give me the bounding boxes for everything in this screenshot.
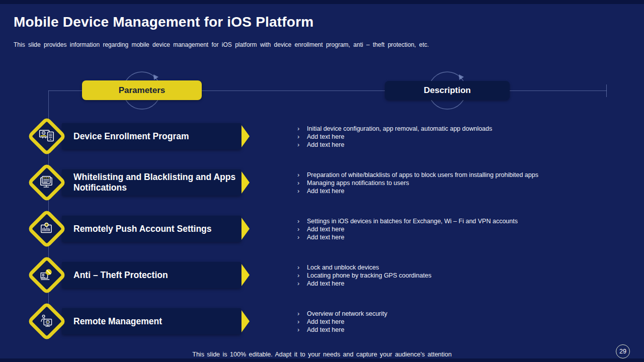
description-header-label: Description — [424, 85, 471, 96]
bullet-item: ›Add text here — [297, 326, 624, 334]
row-bar-anti-theft: Anti – Theft Protection — [62, 262, 241, 288]
row-description-list: ›Lock and unblock devices ›Locating phon… — [297, 263, 624, 288]
bullet-item: ›Add text here — [297, 233, 624, 241]
bullet-item: ›Add text here — [297, 225, 624, 233]
row-bar-remote-management: Remote Management — [62, 308, 241, 334]
chevron-bullet-icon: › — [297, 133, 307, 141]
row-arrow-icon — [242, 171, 250, 194]
bullet-item: ›Add text here — [297, 141, 624, 149]
bullet-item: ›Preparation of white/blacklists of apps… — [297, 171, 624, 179]
chevron-bullet-icon: › — [297, 263, 307, 272]
row-arrow-icon — [242, 125, 250, 147]
chevron-bullet-icon: › — [297, 233, 307, 241]
bullet-text: Managing apps notifications to users — [307, 179, 409, 187]
row-title: Remote Management — [73, 316, 162, 327]
connector-end-tick — [606, 84, 607, 97]
bullet-text: Add text here — [307, 225, 344, 233]
bullet-item: ›Initial device configuration, app remov… — [297, 125, 624, 133]
bullet-text: Add text here — [307, 233, 344, 241]
bullet-text: Add text here — [307, 318, 344, 326]
chevron-bullet-icon: › — [297, 125, 307, 133]
chevron-bullet-icon: › — [297, 217, 307, 225]
row-bar-push-settings: Remotely Push Account Settings — [62, 216, 241, 242]
chevron-bullet-icon: › — [297, 179, 307, 187]
bullet-item: ›Locating phone by tracking GPS coordina… — [297, 272, 624, 280]
chevron-bullet-icon: › — [297, 187, 307, 195]
bullet-text: Overview of network security — [307, 310, 387, 318]
row-diamond — [27, 255, 66, 295]
chevron-bullet-icon: › — [297, 272, 307, 280]
description-header: Description — [385, 81, 510, 100]
bullet-text: Preparation of white/blacklists of apps … — [307, 171, 538, 179]
row-description-list: ›Settings in iOS devices in batches for … — [297, 217, 624, 241]
bottom-accent-strip — [0, 358, 644, 362]
bullet-text: Add text here — [307, 326, 344, 334]
chevron-bullet-icon: › — [297, 310, 307, 318]
parameters-header-label: Parameters — [119, 85, 166, 96]
bullet-item: ›Settings in iOS devices in batches for … — [297, 217, 624, 225]
page-number-badge: 29 — [616, 344, 630, 358]
row-bar-device-enrollment: Device Enrollment Program — [62, 123, 241, 149]
parameters-header: Parameters — [82, 80, 202, 100]
row-arrow-icon — [242, 310, 250, 332]
row-diamond — [27, 162, 66, 202]
chevron-bullet-icon: › — [297, 141, 307, 149]
footer-note: This slide is 100% editable. Adapt it to… — [0, 351, 644, 358]
row-title: Whitelisting and Blacklisting and Apps N… — [73, 172, 241, 193]
bullet-text: Add text here — [307, 280, 344, 288]
bullet-item: ›Add text here — [297, 133, 624, 141]
bullet-item: ›Add text here — [297, 318, 624, 326]
bullet-text: Add text here — [307, 141, 344, 149]
bullet-text: Add text here — [307, 133, 344, 141]
row-title: Device Enrollment Program — [73, 131, 189, 142]
top-accent-strip — [0, 0, 644, 4]
row-description-list: ›Overview of network security ›Add text … — [297, 310, 624, 334]
row-diamond — [27, 116, 66, 156]
remote-management-icon — [38, 313, 55, 330]
page-title: Mobile Device Management for iOS Platfor… — [14, 14, 313, 30]
bullet-text: Settings in iOS devices in batches for E… — [307, 217, 518, 225]
device-enrollment-icon — [38, 128, 55, 145]
row-title: Anti – Theft Protection — [73, 270, 168, 281]
chevron-bullet-icon: › — [297, 171, 307, 179]
row-description-list: ›Preparation of white/blacklists of apps… — [297, 171, 624, 195]
row-arrow-icon — [242, 218, 250, 240]
row-title: Remotely Push Account Settings — [73, 224, 212, 234]
whitelist-blacklist-icon — [38, 174, 55, 191]
bullet-text: Locating phone by tracking GPS coordinat… — [307, 272, 431, 280]
anti-theft-icon — [38, 266, 55, 284]
row-bar-whitelisting: Whitelisting and Blacklisting and Apps N… — [62, 169, 241, 196]
page-number: 29 — [619, 348, 626, 355]
bullet-text: Add text here — [307, 187, 344, 195]
bullet-item: ›Lock and unblock devices — [297, 263, 624, 272]
row-arrow-icon — [242, 264, 250, 286]
chevron-bullet-icon: › — [297, 280, 307, 288]
row-description-list: ›Initial device configuration, app remov… — [297, 125, 624, 149]
bullet-item: ›Overview of network security — [297, 310, 624, 318]
chevron-bullet-icon: › — [297, 225, 307, 233]
page-subtitle: This slide provides information regardin… — [14, 41, 429, 48]
push-settings-icon — [38, 220, 55, 237]
bullet-text: Initial device configuration, app remova… — [307, 125, 492, 133]
bullet-item: ›Add text here — [297, 187, 624, 195]
slide: Mobile Device Management for iOS Platfor… — [0, 0, 644, 362]
chevron-bullet-icon: › — [297, 318, 307, 326]
chevron-bullet-icon: › — [297, 326, 307, 334]
row-diamond — [27, 209, 66, 248]
row-diamond — [27, 301, 66, 341]
bullet-text: Lock and unblock devices — [307, 263, 379, 272]
bullet-item: ›Managing apps notifications to users — [297, 179, 624, 187]
bullet-item: ›Add text here — [297, 280, 624, 288]
